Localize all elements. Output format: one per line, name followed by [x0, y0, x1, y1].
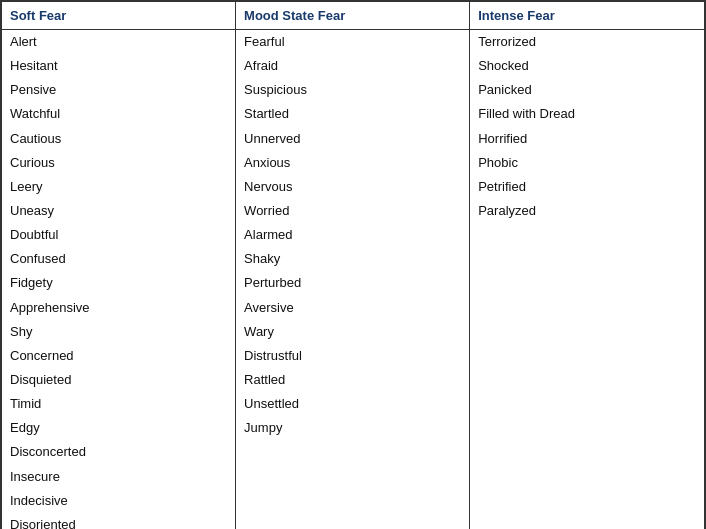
mood-state-fear-cell: Wary — [236, 320, 470, 344]
soft-fear-cell: Concerned — [2, 344, 236, 368]
mood-state-fear-cell: Nervous — [236, 175, 470, 199]
soft-fear-cell: Cautious — [2, 127, 236, 151]
table-row: TimidUnsettled — [2, 392, 705, 416]
mood-state-fear-cell: Afraid — [236, 54, 470, 78]
mood-state-fear-cell — [236, 440, 470, 464]
soft-fear-cell: Curious — [2, 151, 236, 175]
intense-fear-cell — [470, 344, 705, 368]
mood-state-fear-cell: Unsettled — [236, 392, 470, 416]
intense-fear-cell — [470, 465, 705, 489]
mood-state-fear-cell: Rattled — [236, 368, 470, 392]
table-row: EdgyJumpy — [2, 416, 705, 440]
mood-state-fear-cell: Fearful — [236, 30, 470, 55]
soft-fear-cell: Apprehensive — [2, 296, 236, 320]
mood-state-fear-cell: Worried — [236, 199, 470, 223]
soft-fear-cell: Disquieted — [2, 368, 236, 392]
mood-state-fear-cell: Jumpy — [236, 416, 470, 440]
table-row: DoubtfulAlarmed — [2, 223, 705, 247]
soft-fear-cell: Disoriented — [2, 513, 236, 529]
mood-state-fear-cell: Startled — [236, 102, 470, 126]
soft-fear-cell: Uneasy — [2, 199, 236, 223]
intense-fear-cell — [470, 320, 705, 344]
intense-fear-cell — [470, 440, 705, 464]
table-row: Disoriented — [2, 513, 705, 529]
soft-fear-cell: Shy — [2, 320, 236, 344]
intense-fear-cell: Petrified — [470, 175, 705, 199]
soft-fear-cell: Leery — [2, 175, 236, 199]
mood-state-fear-cell: Perturbed — [236, 271, 470, 295]
table-row: CautiousUnnervedHorrified — [2, 127, 705, 151]
header-soft-fear: Soft Fear — [2, 2, 236, 30]
soft-fear-cell: Doubtful — [2, 223, 236, 247]
mood-state-fear-cell — [236, 489, 470, 513]
mood-state-fear-cell: Aversive — [236, 296, 470, 320]
intense-fear-cell: Filled with Dread — [470, 102, 705, 126]
soft-fear-cell: Edgy — [2, 416, 236, 440]
mood-state-fear-cell: Suspicious — [236, 78, 470, 102]
mood-state-fear-cell: Unnerved — [236, 127, 470, 151]
mood-state-fear-cell: Distrustful — [236, 344, 470, 368]
intense-fear-cell: Paralyzed — [470, 199, 705, 223]
intense-fear-cell: Shocked — [470, 54, 705, 78]
table-row: Indecisive — [2, 489, 705, 513]
intense-fear-cell — [470, 271, 705, 295]
mood-state-fear-cell — [236, 513, 470, 529]
intense-fear-cell — [470, 296, 705, 320]
intense-fear-cell: Terrorized — [470, 30, 705, 55]
intense-fear-cell — [470, 223, 705, 247]
table-row: WatchfulStartledFilled with Dread — [2, 102, 705, 126]
mood-state-fear-cell: Alarmed — [236, 223, 470, 247]
soft-fear-cell: Insecure — [2, 465, 236, 489]
table-row: PensiveSuspiciousPanicked — [2, 78, 705, 102]
table-row: AlertFearfulTerrorized — [2, 30, 705, 55]
intense-fear-cell: Horrified — [470, 127, 705, 151]
table-row: CuriousAnxiousPhobic — [2, 151, 705, 175]
soft-fear-cell: Fidgety — [2, 271, 236, 295]
mood-state-fear-cell: Shaky — [236, 247, 470, 271]
soft-fear-cell: Watchful — [2, 102, 236, 126]
table-row: ShyWary — [2, 320, 705, 344]
table-row: HesitantAfraidShocked — [2, 54, 705, 78]
table-row: LeeryNervousPetrified — [2, 175, 705, 199]
soft-fear-cell: Alert — [2, 30, 236, 55]
mood-state-fear-cell — [236, 465, 470, 489]
soft-fear-cell: Disconcerted — [2, 440, 236, 464]
table-row: Disconcerted — [2, 440, 705, 464]
table-row: ApprehensiveAversive — [2, 296, 705, 320]
fear-table: Soft Fear Mood State Fear Intense Fear A… — [1, 1, 705, 529]
soft-fear-cell: Timid — [2, 392, 236, 416]
intense-fear-cell — [470, 513, 705, 529]
intense-fear-cell — [470, 416, 705, 440]
intense-fear-cell — [470, 392, 705, 416]
fear-table-container: Soft Fear Mood State Fear Intense Fear A… — [0, 0, 706, 529]
table-row: ConcernedDistrustful — [2, 344, 705, 368]
intense-fear-cell: Panicked — [470, 78, 705, 102]
table-row: DisquietedRattled — [2, 368, 705, 392]
table-row: ConfusedShaky — [2, 247, 705, 271]
intense-fear-cell: Phobic — [470, 151, 705, 175]
intense-fear-cell — [470, 247, 705, 271]
soft-fear-cell: Indecisive — [2, 489, 236, 513]
intense-fear-cell — [470, 489, 705, 513]
intense-fear-cell — [470, 368, 705, 392]
header-intense-fear: Intense Fear — [470, 2, 705, 30]
soft-fear-cell: Confused — [2, 247, 236, 271]
soft-fear-cell: Hesitant — [2, 54, 236, 78]
header-mood-state-fear: Mood State Fear — [236, 2, 470, 30]
soft-fear-cell: Pensive — [2, 78, 236, 102]
table-row: Insecure — [2, 465, 705, 489]
mood-state-fear-cell: Anxious — [236, 151, 470, 175]
table-row: FidgetyPerturbed — [2, 271, 705, 295]
table-row: UneasyWorriedParalyzed — [2, 199, 705, 223]
